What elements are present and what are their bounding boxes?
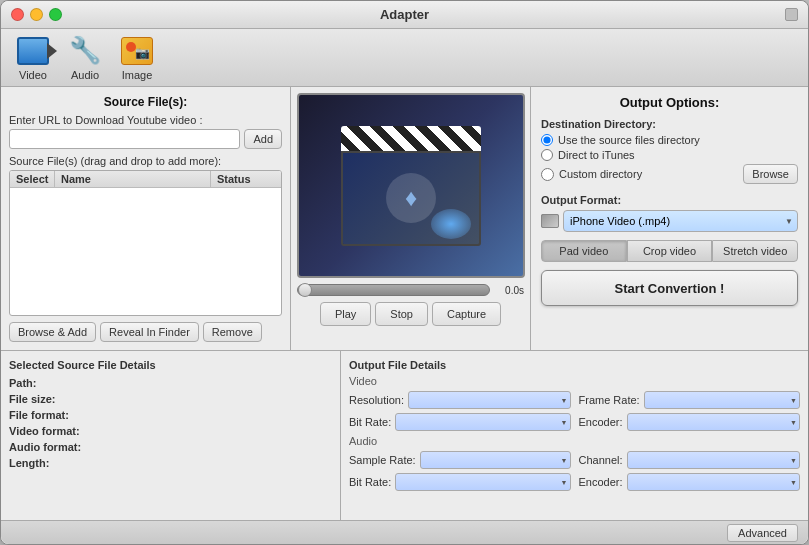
frame-rate-label: Frame Rate: xyxy=(579,394,640,406)
resolution-row: Resolution: xyxy=(349,391,571,409)
frame-rate-select-wrapper xyxy=(644,391,800,409)
minimize-button[interactable] xyxy=(30,8,43,21)
time-display: 0.0s xyxy=(494,285,524,296)
sample-rate-select[interactable] xyxy=(420,451,571,469)
stop-button[interactable]: Stop xyxy=(375,302,428,326)
frame-rate-select[interactable] xyxy=(644,391,800,409)
detail-path: Path: xyxy=(9,377,332,389)
format-select-row: iPhone Video (.mp4) iPad Video (.mp4) AV… xyxy=(541,210,798,232)
detail-length: Length: xyxy=(9,457,332,469)
playback-buttons: Play Stop Capture xyxy=(297,302,524,326)
col-header-name: Name xyxy=(55,171,211,187)
audio-encoder-label: Encoder: xyxy=(579,476,623,488)
dest-label: Destination Directory: xyxy=(541,118,798,130)
left-panel: Source File(s): Enter URL to Download Yo… xyxy=(1,87,291,350)
toolbar-video-label: Video xyxy=(19,69,47,81)
maximize-button[interactable] xyxy=(49,8,62,21)
video-encoder-select[interactable] xyxy=(627,413,800,431)
format-select[interactable]: iPhone Video (.mp4) iPad Video (.mp4) AV… xyxy=(563,210,798,232)
clapper-body-inner: ♦ xyxy=(343,153,479,244)
traffic-lights xyxy=(11,8,62,21)
browse-add-button[interactable]: Browse & Add xyxy=(9,322,96,342)
toolbar-audio-label: Audio xyxy=(71,69,99,81)
resolution-select-wrapper xyxy=(408,391,570,409)
channel-label: Channel: xyxy=(579,454,623,466)
capture-button[interactable]: Capture xyxy=(432,302,501,326)
preview-area: ♦ xyxy=(297,93,525,278)
detail-length-label: Length: xyxy=(9,457,99,469)
center-panel: ♦ 0.0s Play Stop Capture xyxy=(291,87,531,350)
titlebar: Adapter xyxy=(1,1,808,29)
audio-bitrate-select-wrapper xyxy=(395,473,570,491)
audio-encoder-row: Encoder: xyxy=(579,473,801,491)
source-section-title: Source File(s): xyxy=(9,95,282,109)
reveal-in-finder-button[interactable]: Reveal In Finder xyxy=(100,322,199,342)
toolbar-image[interactable]: 📷 Image xyxy=(121,35,153,81)
toolbar: Video 🔧 Audio 📷 Image xyxy=(1,29,808,87)
window-title: Adapter xyxy=(380,7,429,22)
detail-audioformat: Audio format: xyxy=(9,441,332,453)
right-panel: Output Options: Destination Directory: U… xyxy=(531,87,808,350)
tab-pad-video[interactable]: Pad video xyxy=(541,240,627,262)
file-table: Select Name Status xyxy=(9,170,282,316)
detail-videoformat-label: Video format: xyxy=(9,425,99,437)
status-bar: Advanced xyxy=(1,520,808,544)
radio-custom-label: Custom directory xyxy=(559,168,642,180)
detail-filesize: File size: xyxy=(9,393,332,405)
remove-button[interactable]: Remove xyxy=(203,322,262,342)
sample-rate-label: Sample Rate: xyxy=(349,454,416,466)
col-header-status: Status xyxy=(211,171,281,187)
output-options-title: Output Options: xyxy=(541,95,798,110)
clapper-body: ♦ xyxy=(341,151,481,246)
format-label: Output Format: xyxy=(541,194,798,206)
radio-itunes-label: Direct to iTunes xyxy=(558,149,635,161)
tab-stretch-video[interactable]: Stretch video xyxy=(712,240,798,262)
radio-itunes-input[interactable] xyxy=(541,149,553,161)
clapper-top xyxy=(341,126,481,154)
radio-use-source-input[interactable] xyxy=(541,134,553,146)
resolution-label: Resolution: xyxy=(349,394,404,406)
file-table-header: Select Name Status xyxy=(10,171,281,188)
radio-custom-input[interactable] xyxy=(541,168,554,181)
audio-bitrate-label: Bit Rate: xyxy=(349,476,391,488)
col-header-select: Select xyxy=(10,171,55,187)
detail-videoformat: Video format: xyxy=(9,425,332,437)
add-url-button[interactable]: Add xyxy=(244,129,282,149)
browse-dest-button[interactable]: Browse xyxy=(743,164,798,184)
source-files-label: Source File(s) (drag and drop to add mor… xyxy=(9,155,282,167)
detail-path-label: Path: xyxy=(9,377,99,389)
window-resize-icon xyxy=(785,8,798,21)
video-encoder-label: Encoder: xyxy=(579,416,623,428)
source-details-panel: Selected Source File Details Path: File … xyxy=(1,351,341,520)
play-button[interactable]: Play xyxy=(320,302,371,326)
video-encoder-row: Encoder: xyxy=(579,413,801,431)
audio-bitrate-select[interactable] xyxy=(395,473,570,491)
resolution-select[interactable] xyxy=(408,391,570,409)
advanced-button[interactable]: Advanced xyxy=(727,524,798,542)
source-details-title: Selected Source File Details xyxy=(9,359,332,371)
audio-encoder-select-wrapper xyxy=(627,473,800,491)
audio-encoder-select[interactable] xyxy=(627,473,800,491)
radio-use-source-label: Use the source files directory xyxy=(558,134,700,146)
tab-crop-video[interactable]: Crop video xyxy=(627,240,713,262)
detail-fileformat: File format: xyxy=(9,409,332,421)
image-toolbar-icon: 📷 xyxy=(121,35,153,67)
sample-rate-select-wrapper xyxy=(420,451,571,469)
audio-bitrate-row: Bit Rate: xyxy=(349,473,571,491)
main-window: Adapter Video 🔧 Audio 📷 xyxy=(0,0,809,545)
video-bitrate-select[interactable] xyxy=(395,413,570,431)
close-button[interactable] xyxy=(11,8,24,21)
audio-toolbar-icon: 🔧 xyxy=(69,35,101,67)
frame-rate-row: Frame Rate: xyxy=(579,391,801,409)
video-encoder-select-wrapper xyxy=(627,413,800,431)
channel-row: Channel: xyxy=(579,451,801,469)
channel-select[interactable] xyxy=(627,451,800,469)
main-content: Source File(s): Enter URL to Download Yo… xyxy=(1,87,808,350)
start-conversion-button[interactable]: Start Convertion ! xyxy=(541,270,798,306)
toolbar-audio[interactable]: 🔧 Audio xyxy=(69,35,101,81)
url-input[interactable] xyxy=(9,129,240,149)
audio-subsection-label: Audio xyxy=(349,435,800,447)
scrubber-input[interactable] xyxy=(297,284,490,296)
toolbar-video[interactable]: Video xyxy=(17,35,49,81)
output-details-title: Output File Details xyxy=(349,359,800,371)
